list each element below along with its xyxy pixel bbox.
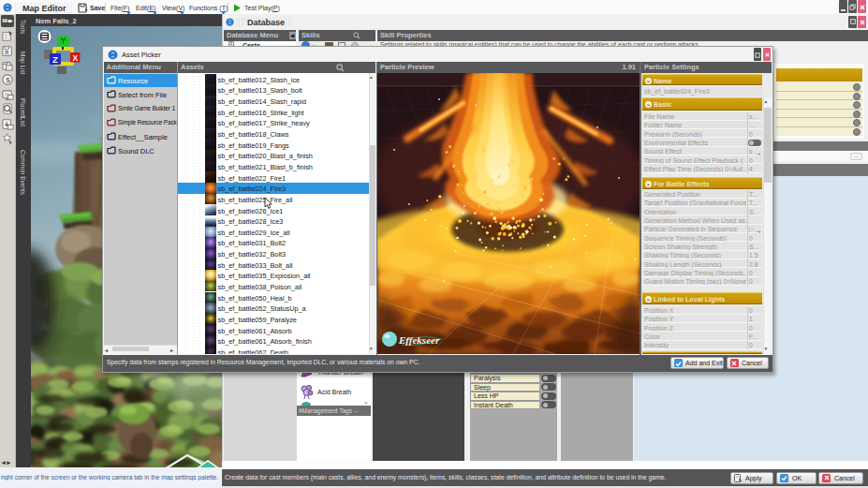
svg-text:X: X bbox=[73, 53, 79, 63]
svg-text:R: R bbox=[5, 50, 8, 55]
svg-text:Z: Z bbox=[52, 54, 58, 65]
svg-text:Effekseer: Effekseer bbox=[398, 334, 440, 346]
svg-text:S: S bbox=[5, 76, 9, 84]
